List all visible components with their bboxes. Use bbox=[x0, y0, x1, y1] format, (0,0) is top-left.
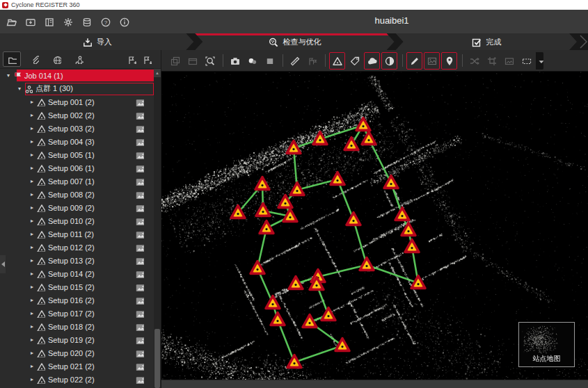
tree-setup-row[interactable]: ▸Setup 010 (2) bbox=[0, 214, 154, 227]
caret-right-icon[interactable]: ▸ bbox=[28, 191, 36, 197]
setup-marker[interactable] bbox=[344, 138, 358, 150]
caret-right-icon[interactable]: ▸ bbox=[28, 165, 36, 171]
tree-photo-icon[interactable] bbox=[135, 216, 144, 225]
show-links-toggle[interactable] bbox=[406, 52, 422, 70]
copy-view-button[interactable] bbox=[167, 52, 183, 70]
caret-right-icon[interactable]: ▸ bbox=[28, 152, 36, 158]
tree-setup-row[interactable]: ▸Setup 016 (2) bbox=[0, 293, 154, 307]
caret-right-icon[interactable]: ▸ bbox=[28, 125, 36, 131]
caret-right-icon[interactable]: ▸ bbox=[28, 337, 36, 343]
add-bundle-button[interactable] bbox=[125, 51, 138, 67]
tree-photo-icon[interactable] bbox=[135, 322, 144, 331]
caret-right-icon[interactable]: ▸ bbox=[28, 138, 36, 145]
tree-photo-icon[interactable] bbox=[135, 177, 144, 186]
fill-view-button[interactable] bbox=[262, 52, 278, 70]
setup-marker[interactable] bbox=[384, 176, 398, 188]
expand-crop-button[interactable] bbox=[484, 52, 500, 70]
caret-right-icon[interactable]: ▸ bbox=[28, 270, 36, 277]
tree-setup-row[interactable]: ▸Setup 004 (3) bbox=[0, 135, 154, 148]
web-tab[interactable] bbox=[47, 51, 65, 67]
sitemap-minimap[interactable]: 站点地图 bbox=[518, 322, 575, 367]
report-panel-button[interactable] bbox=[40, 14, 57, 29]
tree-photo-icon[interactable] bbox=[135, 375, 144, 384]
setup-marker[interactable] bbox=[251, 261, 264, 274]
caret-right-icon[interactable]: ▸ bbox=[28, 231, 36, 237]
tree-setup-row[interactable]: ▸Setup 022 (2) bbox=[0, 373, 154, 386]
setup-marker[interactable] bbox=[331, 172, 344, 185]
setup-marker[interactable] bbox=[271, 313, 285, 325]
tree-photo-icon[interactable] bbox=[135, 309, 144, 318]
tree-setup-row[interactable]: ▸Setup 008 (2) bbox=[0, 188, 154, 201]
contrast-toggle[interactable] bbox=[381, 52, 397, 70]
graph-tab[interactable] bbox=[70, 51, 88, 67]
caret-right-icon[interactable]: ▸ bbox=[28, 350, 36, 356]
caret-right-icon[interactable]: ▸ bbox=[28, 178, 36, 184]
setup-marker[interactable] bbox=[402, 223, 415, 236]
tree-setup-row[interactable]: ▸Setup 012 (2) bbox=[0, 241, 154, 254]
setup-marker[interactable] bbox=[405, 240, 419, 252]
caret-right-icon[interactable]: ▸ bbox=[28, 297, 36, 303]
tree-photo-icon[interactable] bbox=[135, 111, 144, 120]
setup-marker[interactable] bbox=[290, 183, 304, 195]
tree-cluster-row[interactable]: ▾ 点群 1 (30) bbox=[0, 82, 154, 95]
caret-right-icon[interactable]: ▸ bbox=[28, 204, 36, 211]
caret-right-icon[interactable]: ▸ bbox=[28, 310, 36, 316]
caret-right-icon[interactable]: ▸ bbox=[28, 363, 36, 369]
setup-marker[interactable] bbox=[411, 276, 425, 289]
tree-setup-row[interactable]: ▸Setup 015 (2) bbox=[0, 280, 154, 293]
show-pointcloud-toggle[interactable] bbox=[364, 52, 380, 70]
caret-down-icon[interactable]: ▾ bbox=[15, 86, 24, 92]
setup-marker[interactable] bbox=[313, 132, 327, 145]
caret-down-icon[interactable]: ▾ bbox=[4, 72, 13, 79]
setup-marker[interactable] bbox=[289, 277, 303, 289]
tree-setup-row[interactable]: ▸Setup 017 (2) bbox=[0, 307, 154, 320]
links-tab[interactable] bbox=[25, 51, 43, 67]
image-tool-button[interactable] bbox=[501, 52, 517, 70]
setup-marker[interactable] bbox=[303, 315, 317, 328]
setup-marker[interactable] bbox=[287, 141, 301, 154]
open-project-button[interactable] bbox=[3, 14, 19, 29]
snapshot-button[interactable] bbox=[227, 52, 243, 70]
caret-right-icon[interactable]: ▸ bbox=[28, 218, 36, 224]
tree-photo-icon[interactable] bbox=[135, 269, 144, 278]
annotate-button[interactable] bbox=[304, 52, 320, 70]
scroll-up-arrow-icon[interactable]: ▲ bbox=[154, 69, 161, 77]
workflow-tab-finalize[interactable]: 完成 bbox=[396, 33, 577, 50]
help-button[interactable] bbox=[97, 14, 113, 29]
tree-photo-icon[interactable] bbox=[135, 203, 144, 212]
window-view-button[interactable] bbox=[184, 52, 200, 70]
sidebar-collapse-handle[interactable] bbox=[0, 255, 6, 273]
rect-select-dropdown-button[interactable] bbox=[536, 52, 543, 70]
workflow-tab-import[interactable]: 导入 bbox=[0, 33, 193, 50]
setup-marker[interactable] bbox=[283, 209, 297, 222]
measure-button[interactable] bbox=[287, 52, 303, 70]
tree-setup-row[interactable]: ▸Setup 014 (2) bbox=[0, 267, 154, 280]
import-bundle-button[interactable] bbox=[140, 51, 154, 67]
tree-setup-row[interactable]: ▸Setup 018 (2) bbox=[0, 320, 154, 333]
workflow-tab-review-optimize[interactable]: 检查与优化 bbox=[195, 33, 394, 50]
caret-right-icon[interactable]: ▸ bbox=[28, 244, 36, 250]
tree-setup-row[interactable]: ▸Setup 007 (1) bbox=[0, 175, 154, 188]
color-mode-button[interactable] bbox=[244, 52, 260, 70]
sidebar-scrollbar[interactable]: ▲ bbox=[154, 69, 161, 388]
caret-right-icon[interactable]: ▸ bbox=[28, 99, 36, 105]
tree-photo-icon[interactable] bbox=[135, 97, 144, 106]
tree-photo-icon[interactable] bbox=[135, 256, 144, 265]
tree-setup-row[interactable]: ▸Setup 013 (2) bbox=[0, 254, 154, 267]
tree-setup-row[interactable]: ▸Setup 020 (2) bbox=[0, 346, 154, 359]
caret-right-icon[interactable]: ▸ bbox=[28, 284, 36, 290]
tree-setup-row[interactable]: ▸Setup 003 (2) bbox=[0, 122, 154, 135]
setup-marker[interactable] bbox=[347, 213, 360, 225]
setup-marker[interactable] bbox=[321, 308, 335, 321]
tree-photo-icon[interactable] bbox=[135, 296, 144, 305]
tree-photo-icon[interactable] bbox=[135, 124, 144, 133]
tree-photo-icon[interactable] bbox=[135, 348, 144, 357]
tree-setup-row[interactable]: ▸Setup 006 (1) bbox=[0, 161, 154, 175]
tree-photo-icon[interactable] bbox=[135, 362, 144, 371]
show-geotags-toggle[interactable] bbox=[441, 52, 457, 70]
tree-setup-row[interactable]: ▸Setup 009 (2) bbox=[0, 201, 154, 214]
show-setups-toggle[interactable] bbox=[329, 52, 345, 70]
tree-photo-icon[interactable] bbox=[135, 137, 144, 146]
tree-photo-icon[interactable] bbox=[135, 282, 144, 291]
swap-link-button[interactable] bbox=[466, 52, 482, 70]
